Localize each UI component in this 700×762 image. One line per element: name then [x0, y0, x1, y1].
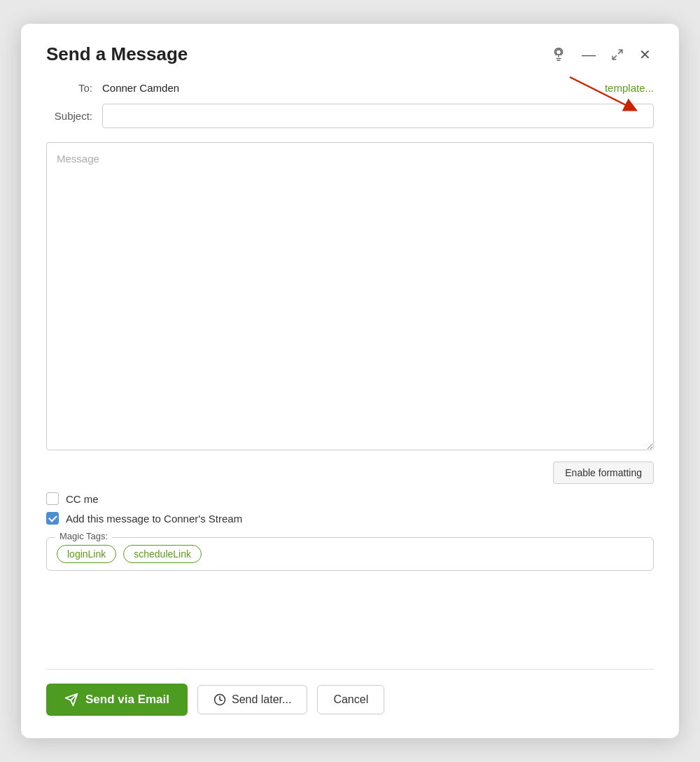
- dialog-header: Send a Message —: [46, 43, 654, 65]
- magic-tag-loginlink[interactable]: loginLink: [57, 545, 116, 563]
- formatting-btn-row: Enable formatting: [46, 462, 654, 484]
- restore-button[interactable]: [608, 47, 626, 62]
- cancel-button[interactable]: Cancel: [317, 685, 384, 714]
- close-button[interactable]: ✕: [636, 46, 654, 63]
- minimize-icon: —: [582, 48, 596, 62]
- message-textarea[interactable]: [46, 142, 654, 450]
- subject-input[interactable]: [102, 104, 654, 128]
- dialog-title: Send a Message: [46, 43, 188, 65]
- footer-actions: Send via Email Send later... Cancel: [46, 684, 654, 716]
- cc-me-row[interactable]: CC me: [46, 492, 654, 505]
- add-to-stream-checkbox[interactable]: [46, 512, 59, 525]
- svg-line-3: [612, 55, 616, 59]
- to-value: Conner Camden: [102, 82, 654, 94]
- send-later-label: Send later...: [232, 693, 291, 706]
- add-to-stream-row[interactable]: Add this message to Conner's Stream: [46, 512, 654, 525]
- clock-icon: [214, 693, 226, 706]
- close-icon: ✕: [639, 48, 651, 62]
- subject-label: Subject:: [46, 110, 102, 122]
- checkboxes: CC me Add this message to Conner's Strea…: [46, 492, 654, 525]
- lightbulb-button[interactable]: [548, 46, 569, 64]
- minimize-button[interactable]: —: [579, 46, 598, 63]
- svg-line-2: [619, 50, 622, 53]
- send-icon: [64, 693, 78, 707]
- header-actions: — ✕: [548, 46, 654, 64]
- cc-me-checkbox[interactable]: [46, 492, 59, 505]
- magic-tags-section: Magic Tags: loginLink scheduleLink: [46, 537, 654, 571]
- magic-tag-schedulelink[interactable]: scheduleLink: [123, 545, 202, 563]
- message-area: [46, 142, 654, 453]
- restore-icon: [611, 48, 624, 61]
- magic-tags-legend: Magic Tags:: [55, 531, 112, 541]
- subject-row: Subject:: [46, 104, 654, 128]
- footer-divider: [46, 669, 654, 670]
- svg-point-0: [556, 49, 561, 54]
- to-row: To: Conner Camden template...: [46, 82, 654, 94]
- send-email-button[interactable]: Send via Email: [46, 684, 188, 716]
- send-later-button[interactable]: Send later...: [197, 685, 307, 714]
- send-email-label: Send via Email: [85, 693, 169, 707]
- template-link[interactable]: template...: [605, 82, 654, 94]
- to-label: To:: [46, 82, 102, 94]
- send-message-dialog: Send a Message —: [21, 24, 679, 738]
- lightbulb-icon: [551, 47, 566, 62]
- cc-me-label: CC me: [66, 493, 99, 505]
- add-to-stream-label: Add this message to Conner's Stream: [66, 513, 242, 525]
- enable-formatting-button[interactable]: Enable formatting: [553, 462, 654, 484]
